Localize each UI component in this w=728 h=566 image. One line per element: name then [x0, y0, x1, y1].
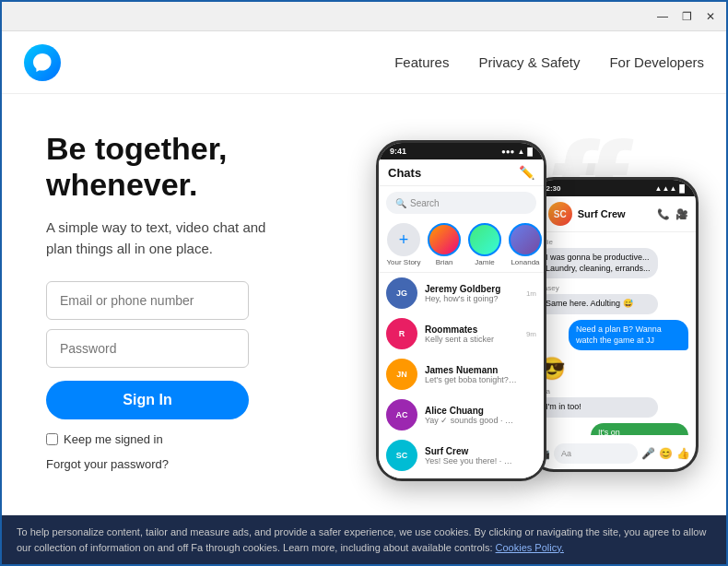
main-content: ff Be together,whenever. A simple way to…: [2, 94, 726, 525]
call-icon: 📞: [657, 208, 670, 220]
chat-info: Roommates Kelly sent a sticker: [425, 324, 519, 344]
hero-subtitle: A simple way to text, video chat and pla…: [46, 218, 267, 259]
group-name: Surf Crew: [578, 208, 626, 219]
chat-avatar: JN: [386, 359, 417, 390]
message-item: Casey Same here. Adulting 😅: [538, 284, 658, 314]
story-item: Brian: [427, 223, 462, 266]
stories-row: + Your Story Brian Jamie: [379, 219, 544, 273]
phone-right-screen: 12:30 ▲▲▲ █ ‹ SC Surf Crew 📞 🎥: [531, 180, 696, 469]
phone-left-time: 9:41: [390, 147, 406, 156]
message-item: It's onSee you at game time!: [591, 423, 688, 435]
search-icon: 🔍: [395, 198, 406, 208]
phone-left: 9:41 ●●● ▲ █ Chats ✏️ 🔍 Search: [376, 140, 546, 481]
add-story: + Your Story: [386, 223, 421, 266]
chat-screen-title: Chats: [388, 166, 421, 180]
phone-left-screen: 9:41 ●●● ▲ █ Chats ✏️ 🔍 Search: [379, 143, 544, 478]
chat-info: Jeremy Goldberg Hey, how's it going?: [425, 284, 519, 303]
chat-avatar: SC: [386, 440, 417, 471]
minimize-button[interactable]: —: [654, 8, 671, 25]
phone-right: 12:30 ▲▲▲ █ ‹ SC Surf Crew 📞 🎥: [528, 177, 699, 472]
video-icon: 🎥: [675, 208, 688, 220]
nav-privacy-safety[interactable]: Privacy & Safety: [478, 54, 580, 70]
message-input[interactable]: Aa: [554, 443, 638, 464]
nav-links: Features Privacy & Safety For Developers: [394, 54, 704, 70]
search-placeholder: Search: [410, 198, 440, 208]
chat-item[interactable]: SC Surf Crew Yes! See you there! · Mon: [379, 435, 544, 476]
chat-item[interactable]: KB Karan, Brian Karan: Nice: [379, 476, 544, 478]
cookie-text: To help personalize content, tailor and …: [17, 526, 706, 553]
restore-button[interactable]: ❐: [678, 8, 695, 25]
group-actions: 📞 🎥: [657, 208, 688, 220]
keep-signed-row: Keep me signed in: [46, 432, 323, 446]
logo: [24, 44, 61, 81]
cookies-policy-link[interactable]: Cookies Policy.: [496, 542, 564, 553]
chat-list: JG Jeremy Goldberg Hey, how's it going? …: [379, 273, 544, 478]
story-item: Jamie: [467, 223, 502, 266]
chat-info: Alice Chuang Yay ✓ sounds good · 8:24m: [425, 406, 536, 425]
group-chat-header: ‹ SC Surf Crew 📞 🎥: [531, 196, 696, 232]
story-avatar: [509, 223, 542, 256]
phones-area: 9:41 ●●● ▲ █ Chats ✏️ 🔍 Search: [358, 103, 708, 525]
chat-item[interactable]: JN James Nuemann Let's get boba tonight?…: [379, 354, 544, 395]
message-item: Need a plan B? Wanna watch the game at J…: [569, 320, 688, 350]
password-input[interactable]: [46, 329, 249, 368]
message-input-area: 📷 Aa 🎤 😊 👍: [531, 443, 696, 464]
messenger-icon: [24, 44, 61, 81]
forgot-password-link[interactable]: Forgot your password?: [46, 457, 169, 471]
search-bar: 🔍 Search: [386, 192, 536, 214]
group-avatar: SC: [548, 202, 572, 226]
chat-info: Surf Crew Yes! See you there! · Mon: [425, 446, 536, 466]
left-panel: Be together,whenever. A simple way to te…: [46, 131, 323, 525]
add-story-icon: +: [387, 223, 420, 256]
chat-item[interactable]: AC Alice Chuang Yay ✓ sounds good · 8:24…: [379, 395, 544, 435]
cookie-bar: To help personalize content, tailor and …: [2, 515, 726, 564]
nav-developers[interactable]: For Developers: [609, 54, 704, 70]
nav-features[interactable]: Features: [394, 54, 449, 70]
story-avatar: [468, 223, 501, 256]
keep-signed-label: Keep me signed in: [64, 432, 163, 446]
chat-avatar: JG: [386, 277, 417, 309]
message-item: Mia I'm in too!: [538, 387, 658, 418]
chat-avatar: AC: [386, 399, 417, 430]
chat-info: James Nuemann Let's get boba tonight? · …: [425, 365, 536, 384]
title-bar: — ❐ ✕: [2, 2, 726, 31]
thumbs-icon: 👍: [676, 447, 690, 460]
message-item: 😎: [538, 356, 658, 382]
sign-in-button[interactable]: Sign In: [46, 381, 249, 419]
email-input[interactable]: [46, 281, 249, 320]
story-avatar: [428, 223, 461, 256]
messages-area: Ollie I was gonna be productive... Laund…: [531, 232, 696, 435]
hero-title: Be together,whenever.: [46, 131, 323, 203]
navigation: Features Privacy & Safety For Developers: [2, 31, 726, 94]
sticker-icon: 😊: [659, 447, 673, 460]
keep-signed-checkbox[interactable]: [46, 433, 58, 445]
chat-avatar: R: [386, 318, 417, 349]
story-item: Lonanda: [508, 223, 543, 266]
mic-icon: 🎤: [641, 447, 655, 460]
chat-item[interactable]: R Roommates Kelly sent a sticker 9m: [379, 313, 544, 354]
close-button[interactable]: ✕: [702, 8, 719, 25]
chat-header: Chats ✏️: [379, 159, 544, 186]
compose-icon: ✏️: [519, 165, 534, 180]
message-item: Ollie I was gonna be productive... Laund…: [538, 238, 658, 278]
chat-item[interactable]: JG Jeremy Goldberg Hey, how's it going? …: [379, 273, 544, 313]
